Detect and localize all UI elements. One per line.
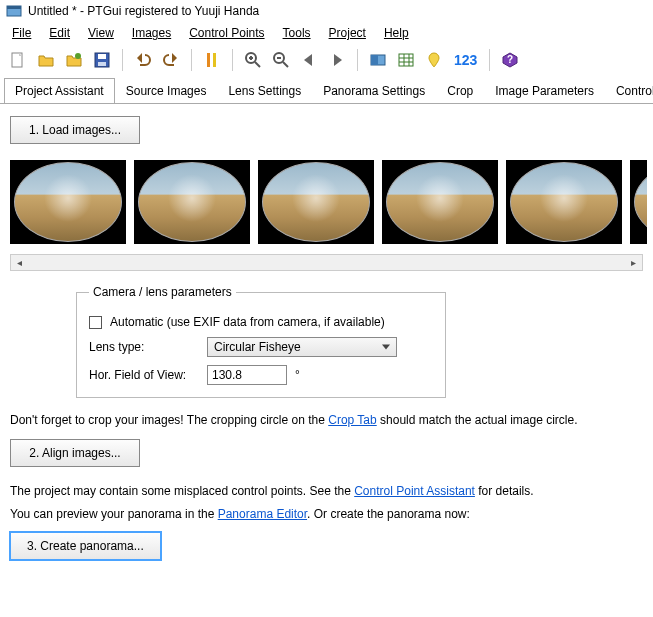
crop-tab-link[interactable]: Crop Tab	[328, 413, 376, 427]
svg-point-4	[75, 53, 81, 59]
lens-type-select[interactable]: Circular Fisheye	[207, 337, 397, 357]
thumbnail[interactable]	[506, 160, 622, 244]
menu-bar: File Edit View Images Control Points Too…	[0, 22, 653, 44]
app-icon	[6, 3, 22, 19]
automatic-label: Automatic (use EXIF data from camera, if…	[110, 315, 385, 329]
next-icon[interactable]	[325, 48, 349, 72]
svg-marker-9	[172, 53, 177, 63]
fov-unit: °	[295, 368, 300, 382]
menu-project[interactable]: Project	[321, 24, 374, 42]
svg-rect-7	[98, 62, 106, 66]
scroll-right-icon[interactable]: ▸	[625, 255, 642, 270]
svg-rect-11	[213, 53, 216, 67]
svg-marker-19	[304, 54, 312, 66]
numeric-transform-icon[interactable]: 123	[450, 48, 481, 72]
thumbnail[interactable]	[258, 160, 374, 244]
content-area: 1. Load images... ◂ ▸ Camera / lens para…	[0, 104, 653, 578]
svg-rect-10	[207, 53, 210, 67]
menu-edit[interactable]: Edit	[41, 24, 78, 42]
automatic-checkbox[interactable]	[89, 316, 102, 329]
menu-controlpoints[interactable]: Control Points	[181, 24, 272, 42]
zoom-in-icon[interactable]	[241, 48, 265, 72]
menu-images[interactable]: Images	[124, 24, 179, 42]
svg-rect-23	[399, 54, 413, 66]
control-point-table-icon[interactable]	[394, 48, 418, 72]
menu-help[interactable]: Help	[376, 24, 417, 42]
tab-image-parameters[interactable]: Image Parameters	[484, 78, 605, 104]
title-bar: Untitled * - PTGui registered to Yuuji H…	[0, 0, 653, 22]
new-project-icon[interactable]	[6, 48, 30, 72]
align-images-button[interactable]: 2. Align images...	[10, 439, 140, 467]
undo-icon[interactable]	[131, 48, 155, 72]
fov-input[interactable]	[207, 365, 287, 385]
open-project-icon[interactable]	[34, 48, 58, 72]
thumbnail[interactable]	[630, 160, 647, 244]
svg-rect-6	[98, 54, 106, 59]
tab-control-points[interactable]: Control Points	[605, 78, 653, 104]
prev-icon[interactable]	[297, 48, 321, 72]
load-images-button[interactable]: 1. Load images...	[10, 116, 140, 144]
panorama-editor-link[interactable]: Panorama Editor	[218, 507, 307, 521]
svg-rect-22	[371, 55, 378, 65]
tab-lens-settings[interactable]: Lens Settings	[217, 78, 312, 104]
svg-text:?: ?	[507, 54, 513, 65]
menu-file[interactable]: File	[4, 24, 39, 42]
control-point-assistant-link[interactable]: Control Point Assistant	[354, 484, 475, 498]
menu-view[interactable]: View	[80, 24, 122, 42]
tab-source-images[interactable]: Source Images	[115, 78, 218, 104]
create-panorama-button[interactable]: 3. Create panorama...	[10, 532, 161, 560]
help-icon[interactable]: ?	[498, 48, 522, 72]
preview-hint-text: You can preview your panorama in the Pan…	[10, 506, 643, 523]
svg-line-17	[283, 62, 288, 67]
detail-viewer-icon[interactable]	[422, 48, 446, 72]
panorama-editor-icon[interactable]	[366, 48, 390, 72]
tab-panorama-settings[interactable]: Panorama Settings	[312, 78, 436, 104]
zoom-out-icon[interactable]	[269, 48, 293, 72]
open-recent-icon[interactable]	[62, 48, 86, 72]
fov-label: Hor. Field of View:	[89, 368, 199, 382]
align-icon[interactable]	[200, 48, 224, 72]
menu-tools[interactable]: Tools	[275, 24, 319, 42]
svg-marker-20	[334, 54, 342, 66]
svg-line-13	[255, 62, 260, 67]
svg-marker-8	[137, 53, 142, 63]
thumbnail-strip	[6, 154, 647, 250]
tab-crop[interactable]: Crop	[436, 78, 484, 104]
thumbnail[interactable]	[10, 160, 126, 244]
thumbnail[interactable]	[382, 160, 498, 244]
control-point-hint-text: The project may contain some misplaced c…	[10, 483, 643, 500]
thumbnail[interactable]	[134, 160, 250, 244]
tab-project-assistant[interactable]: Project Assistant	[4, 78, 115, 104]
thumbnail-scrollbar[interactable]: ◂ ▸	[10, 254, 643, 271]
tab-bar: Project Assistant Source Images Lens Set…	[0, 77, 653, 104]
scroll-left-icon[interactable]: ◂	[11, 255, 28, 270]
redo-icon[interactable]	[159, 48, 183, 72]
params-legend: Camera / lens parameters	[89, 285, 236, 299]
lens-type-label: Lens type:	[89, 340, 199, 354]
crop-hint-text: Don't forget to crop your images! The cr…	[10, 412, 643, 429]
window-title: Untitled * - PTGui registered to Yuuji H…	[28, 4, 259, 18]
toolbar: 123 ?	[0, 44, 653, 77]
save-icon[interactable]	[90, 48, 114, 72]
camera-lens-parameters: Camera / lens parameters Automatic (use …	[76, 285, 446, 398]
svg-rect-1	[7, 6, 21, 9]
